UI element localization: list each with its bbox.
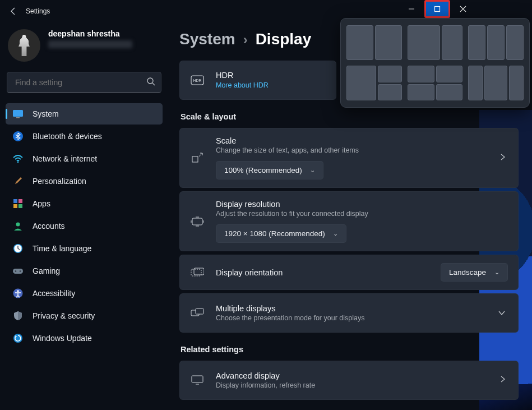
profile-email-redacted (48, 40, 132, 48)
system-icon (12, 108, 24, 119)
svg-point-2 (147, 78, 153, 84)
close-button[interactable] (450, 0, 476, 18)
nav-label: Accessibility (33, 289, 75, 298)
svg-point-17 (20, 270, 21, 271)
svg-text:HDR: HDR (193, 79, 201, 82)
section-related: Related settings (181, 345, 519, 354)
chevron-down-icon: ⌄ (310, 167, 315, 174)
svg-rect-4 (13, 110, 23, 117)
multiple-sub: Choose the presentation mode for your di… (216, 314, 484, 322)
svg-point-19 (17, 290, 19, 292)
advanced-display-card[interactable]: Advanced display Display information, re… (179, 361, 519, 400)
snap-layout-3col-center-wide[interactable] (468, 66, 524, 100)
nav-item-gaming[interactable]: Gaming (6, 260, 163, 282)
scale-dropdown[interactable]: 100% (Recommended) ⌄ (216, 161, 323, 179)
orientation-dropdown[interactable]: Landscape ⌄ (441, 263, 508, 282)
minimize-button[interactable] (399, 0, 424, 18)
svg-rect-8 (13, 199, 17, 203)
resolution-card[interactable]: Display resolution Adjust the resolution… (179, 191, 519, 251)
scale-value: 100% (Recommended) (224, 166, 302, 174)
snap-layout-flyout (340, 18, 530, 108)
scale-sub: Change the size of text, apps, and other… (216, 146, 487, 154)
avatar (8, 29, 40, 62)
sidebar: deepshan shrestha System Bluetooth & dev… (0, 22, 168, 410)
gamepad-icon (12, 265, 24, 277)
hdr-icon: HDR (190, 75, 205, 85)
snap-layout-4quad[interactable] (408, 66, 463, 100)
nav-label: Network & internet (33, 154, 97, 163)
svg-rect-15 (13, 269, 23, 274)
search-box[interactable] (7, 72, 161, 93)
section-scale-layout: Scale & layout (181, 112, 519, 121)
resolution-value: 1920 × 1080 (Recommended) (224, 229, 325, 238)
snap-layout-left-stack[interactable] (346, 66, 402, 100)
nav-label: Gaming (33, 266, 60, 275)
nav-item-system[interactable]: System (6, 103, 163, 125)
nav-item-accounts[interactable]: Accounts (6, 215, 163, 237)
monitor-icon (190, 375, 205, 385)
brush-icon (12, 176, 24, 187)
nav-item-time-language[interactable]: Time & language (6, 238, 163, 259)
update-icon (12, 333, 24, 344)
back-button[interactable] (4, 2, 22, 20)
resolution-title: Display resolution (216, 200, 508, 209)
nav-list: System Bluetooth & devices Network & int… (6, 103, 163, 349)
nav-item-apps[interactable]: Apps (6, 193, 163, 214)
multiple-title: Multiple displays (216, 304, 484, 313)
svg-rect-9 (18, 199, 22, 203)
nav-label: Personalization (33, 177, 86, 186)
orientation-title: Display orientation (216, 268, 429, 277)
bluetooth-icon (12, 131, 24, 142)
clock-icon (12, 243, 24, 254)
nav-item-personalization[interactable]: Personalization (6, 171, 163, 192)
app-title: Settings (26, 7, 50, 15)
search-input[interactable] (15, 78, 146, 87)
svg-point-7 (17, 162, 19, 163)
nav-item-windows-update[interactable]: Windows Update (6, 328, 163, 349)
svg-rect-5 (16, 117, 20, 118)
snap-layout-3col[interactable] (468, 25, 524, 60)
nav-item-bluetooth[interactable]: Bluetooth & devices (6, 126, 163, 147)
nav-label: Bluetooth & devices (33, 132, 102, 141)
resolution-dropdown[interactable]: 1920 × 1080 (Recommended) ⌄ (216, 224, 346, 243)
svg-line-3 (152, 83, 155, 85)
advanced-sub: Display information, refresh rate (216, 381, 487, 389)
scale-card[interactable]: Scale Change the size of text, apps, and… (179, 128, 519, 188)
wifi-icon (12, 153, 24, 164)
profile-block[interactable]: deepshan shrestha (6, 27, 163, 72)
nav-item-privacy[interactable]: Privacy & security (6, 305, 163, 326)
nav-label: Privacy & security (33, 311, 95, 320)
chevron-right-icon (498, 375, 508, 385)
hdr-card[interactable]: HDR HDR More about HDR (179, 61, 336, 100)
advanced-title: Advanced display (216, 371, 487, 380)
shield-icon (12, 310, 24, 321)
apps-icon (12, 198, 24, 209)
breadcrumb-current: Display (256, 30, 312, 48)
svg-rect-28 (196, 308, 203, 314)
nav-label: Time & language (33, 244, 91, 253)
search-icon (146, 77, 155, 88)
svg-rect-10 (13, 204, 17, 208)
breadcrumb-root[interactable]: System (179, 30, 235, 48)
svg-rect-1 (435, 7, 440, 12)
orientation-icon (190, 268, 205, 278)
svg-rect-23 (192, 156, 198, 162)
snap-layout-2col-even[interactable] (346, 25, 402, 60)
hdr-link[interactable]: More about HDR (216, 81, 269, 89)
svg-point-12 (16, 223, 20, 227)
window-controls (399, 0, 476, 18)
nav-item-network[interactable]: Network & internet (6, 148, 163, 169)
svg-rect-11 (18, 204, 22, 208)
nav-label: Windows Update (33, 334, 92, 343)
person-icon (12, 220, 24, 232)
snap-layout-2col-left-wide[interactable] (408, 25, 463, 60)
nav-label: System (33, 109, 59, 118)
nav-label: Accounts (33, 222, 65, 231)
multiple-displays-card[interactable]: Multiple displays Choose the presentatio… (179, 293, 519, 333)
orientation-card[interactable]: Display orientation Landscape ⌄ (179, 255, 519, 290)
maximize-button[interactable] (424, 0, 450, 18)
nav-item-accessibility[interactable]: Accessibility (6, 283, 163, 304)
chevron-right-icon (498, 153, 508, 163)
accessibility-icon (12, 288, 24, 299)
profile-name: deepshan shrestha (48, 29, 132, 38)
